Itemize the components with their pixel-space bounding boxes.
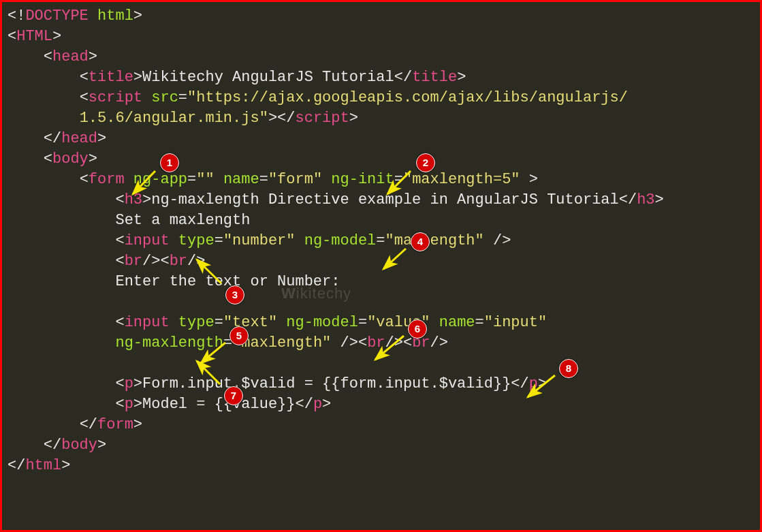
- annotation-badge-2: 2: [416, 153, 435, 172]
- annotation-badge-1: 1: [160, 153, 179, 172]
- code-screenshot-frame: <!DOCTYPE html> <HTML> <head> <title>Wik…: [0, 0, 762, 532]
- annotation-badge-5: 5: [229, 326, 249, 345]
- code-block: <!DOCTYPE html> <HTML> <head> <title>Wik…: [7, 6, 664, 476]
- annotation-badge-3: 3: [225, 285, 244, 304]
- annotation-badge-7: 7: [224, 386, 243, 405]
- annotation-badge-4: 4: [411, 232, 430, 251]
- annotation-badge-6: 6: [408, 319, 427, 339]
- annotation-badge-8: 8: [559, 359, 578, 378]
